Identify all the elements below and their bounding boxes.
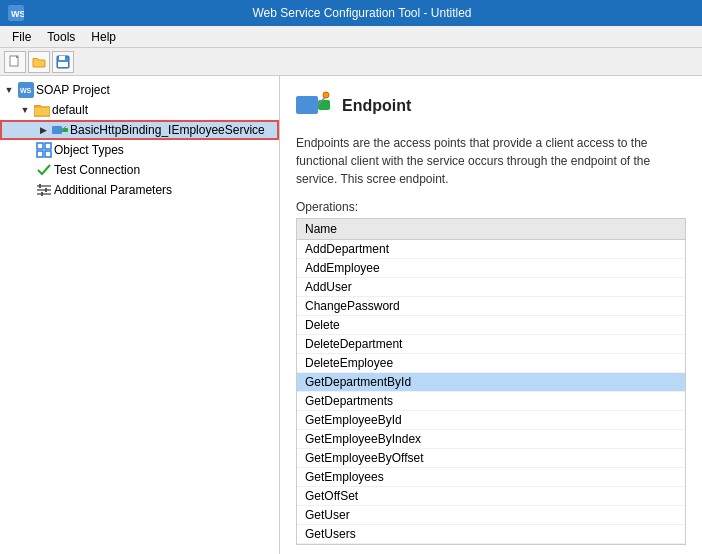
window-title: Web Service Configuration Tool - Untitle… <box>30 6 694 20</box>
table-row[interactable]: ChangePassword <box>297 297 685 316</box>
menu-file[interactable]: File <box>4 28 39 46</box>
table-row[interactable]: GetEmployeeById <box>297 411 685 430</box>
expand-soap-project[interactable]: ▼ <box>2 83 16 97</box>
save-button[interactable] <box>52 51 74 73</box>
soap-icon: WS <box>18 82 34 98</box>
svg-rect-4 <box>59 56 65 60</box>
toolbar <box>0 48 702 76</box>
new-button[interactable] <box>4 51 26 73</box>
svg-rect-14 <box>37 151 43 157</box>
svg-rect-8 <box>34 107 50 116</box>
svg-rect-12 <box>37 143 43 149</box>
table-row[interactable]: Delete <box>297 316 685 335</box>
table-row[interactable]: GetEmployees <box>297 468 685 487</box>
svg-rect-20 <box>45 188 47 192</box>
object-types-icon <box>36 142 52 158</box>
expand-default[interactable]: ▼ <box>18 103 32 117</box>
svg-rect-13 <box>45 143 51 149</box>
svg-rect-15 <box>45 151 51 157</box>
table-row[interactable]: GetEmployeeByOffset <box>297 449 685 468</box>
table-row[interactable]: GetEmployeeByIndex <box>297 430 685 449</box>
test-connection-label: Test Connection <box>54 163 140 177</box>
svg-rect-9 <box>52 126 62 134</box>
additional-params-icon <box>36 182 52 198</box>
additional-params-label: Additional Parameters <box>54 183 172 197</box>
svg-text:WS: WS <box>11 9 24 19</box>
svg-rect-19 <box>39 184 41 188</box>
svg-rect-22 <box>296 96 318 114</box>
main-content: ▼ WS SOAP Project ▼ def <box>0 76 702 554</box>
test-connection-icon <box>36 162 52 178</box>
tree-item-additional-params[interactable]: Additional Parameters <box>0 180 279 200</box>
app-icon: WS <box>8 5 24 21</box>
svg-rect-18 <box>37 193 51 195</box>
table-row[interactable]: GetUser <box>297 506 685 525</box>
table-row[interactable]: GetUsers <box>297 525 685 544</box>
tree-item-soap-project[interactable]: ▼ WS SOAP Project <box>0 80 279 100</box>
svg-text:WS: WS <box>20 87 32 94</box>
table-row[interactable]: DeleteDepartment <box>297 335 685 354</box>
table-row[interactable]: GetDepartments <box>297 392 685 411</box>
left-panel: ▼ WS SOAP Project ▼ def <box>0 76 280 554</box>
endpoint-label: BasicHttpBinding_IEmployeeService <box>70 123 265 137</box>
tree-container: ▼ WS SOAP Project ▼ def <box>0 76 279 204</box>
table-row[interactable]: GetOffSet <box>297 487 685 506</box>
expand-endpoint[interactable]: ▶ <box>36 123 50 137</box>
svg-rect-21 <box>41 192 43 196</box>
endpoint-icon <box>52 122 68 138</box>
endpoint-description: Endpoints are the access points that pro… <box>296 134 686 188</box>
menu-tools[interactable]: Tools <box>39 28 83 46</box>
endpoint-title: Endpoint <box>342 97 411 115</box>
menu-help[interactable]: Help <box>83 28 124 46</box>
table-row[interactable]: AddDepartment <box>297 240 685 259</box>
right-panel: Endpoint Endpoints are the access points… <box>280 76 702 554</box>
endpoint-header: Endpoint <box>296 88 686 124</box>
tree-item-object-types[interactable]: Object Types <box>0 140 279 160</box>
svg-rect-5 <box>58 62 68 67</box>
table-row[interactable]: DeleteEmployee <box>297 354 685 373</box>
tree-item-endpoint[interactable]: ▶ BasicHttpBinding_IEmployeeService <box>0 120 279 140</box>
operations-label: Operations: <box>296 200 686 214</box>
menu-bar: File Tools Help <box>0 26 702 48</box>
open-button[interactable] <box>28 51 50 73</box>
folder-icon <box>34 102 50 118</box>
object-types-label: Object Types <box>54 143 124 157</box>
svg-point-25 <box>323 92 329 98</box>
svg-rect-23 <box>318 100 330 110</box>
tree-item-default[interactable]: ▼ default <box>0 100 279 120</box>
table-row[interactable]: GetDepartmentById <box>297 373 685 392</box>
endpoint-header-icon <box>296 88 332 124</box>
table-row[interactable]: AddEmployee <box>297 259 685 278</box>
operations-list: AddDepartmentAddEmployeeAddUserChangePas… <box>297 240 685 544</box>
soap-project-label: SOAP Project <box>36 83 110 97</box>
operations-table: Name AddDepartmentAddEmployeeAddUserChan… <box>296 218 686 545</box>
title-bar: WS Web Service Configuration Tool - Unti… <box>0 0 702 26</box>
operations-table-header: Name <box>297 219 685 240</box>
tree-item-test-connection[interactable]: Test Connection <box>0 160 279 180</box>
default-label: default <box>52 103 88 117</box>
table-row[interactable]: AddUser <box>297 278 685 297</box>
svg-rect-17 <box>37 189 51 191</box>
